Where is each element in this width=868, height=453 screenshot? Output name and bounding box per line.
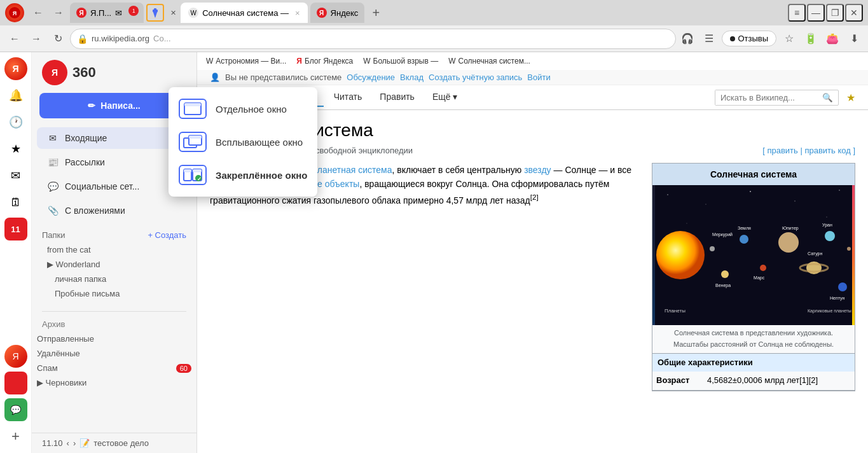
minimize-button[interactable]: —: [807, 4, 825, 22]
folder-spam-label: Спам: [37, 363, 58, 373]
social-label: Социальные сет...: [65, 181, 181, 192]
address-bar[interactable]: 🔒 ru.wikipedia.org Co...: [70, 29, 676, 49]
back-nav-button[interactable]: ←: [5, 29, 24, 48]
folder-drafts[interactable]: ▶ Черновики: [32, 375, 196, 390]
badge-icon[interactable]: 11: [4, 218, 27, 240]
nav-prev[interactable]: ‹: [67, 438, 69, 448]
tab-edit[interactable]: Править: [372, 88, 422, 107]
profile-icon[interactable]: Я: [4, 345, 27, 368]
svg-point-14: [656, 231, 705, 279]
svg-rect-43: [193, 169, 202, 172]
tab-wikipedia[interactable]: W Солнечная система — ×: [181, 3, 307, 23]
folder-from-cat[interactable]: from the cat: [42, 242, 186, 257]
tab-read[interactable]: Читать: [326, 88, 370, 107]
maximize-button[interactable]: ❐: [826, 4, 844, 22]
forward-button[interactable]: →: [50, 4, 67, 22]
close-button[interactable]: ✕: [845, 4, 863, 22]
messenger-icon[interactable]: 💬: [4, 398, 27, 421]
edit-link[interactable]: [ править | править код ]: [762, 146, 855, 155]
contribution-link[interactable]: Вклад: [400, 73, 424, 82]
mail-icon[interactable]: ✉: [4, 164, 27, 187]
history-icon[interactable]: 🕐: [4, 111, 27, 134]
task-icon: 📝: [79, 438, 90, 448]
popup-item-pinned[interactable]: ✓ Закреплённое окно: [169, 158, 317, 192]
bookmark-icon[interactable]: ☆: [780, 30, 798, 48]
tab-yandex-pinned[interactable]: Я Я.П... ✉ 1: [70, 3, 144, 23]
folders-title[interactable]: Папки: [42, 230, 65, 240]
battery-icon[interactable]: 🔋: [802, 30, 820, 48]
svg-text:Юпитер: Юпитер: [782, 226, 799, 231]
svg-rect-41: [184, 169, 191, 172]
folder-sent[interactable]: Отправленные: [32, 331, 196, 346]
popup-item-separate[interactable]: Отдельное окно: [169, 92, 317, 125]
refresh-button[interactable]: ↻: [48, 29, 67, 48]
folder-personal[interactable]: личная папка: [42, 272, 186, 286]
wiki-favicon-solar: W: [448, 57, 455, 66]
link-planetary-system[interactable]: планетная система: [312, 165, 392, 175]
ya360-text: 360: [72, 64, 96, 81]
wallet-icon[interactable]: 👛: [823, 30, 841, 48]
svg-point-15: [710, 246, 715, 251]
calendar-icon[interactable]: 🗓: [4, 191, 27, 214]
svg-text:Уран: Уран: [822, 223, 832, 228]
folder-wonderland[interactable]: ▶ Wonderland: [42, 257, 186, 272]
reviews-button[interactable]: Отзывы: [722, 31, 776, 46]
bookmark-big-bang[interactable]: W Большой взрыв —: [359, 55, 442, 67]
link-star[interactable]: звезду: [524, 165, 551, 175]
tab-yandex-main[interactable]: Я Яндекс: [310, 3, 365, 23]
wiki-search-input[interactable]: [715, 90, 817, 105]
wiki-search[interactable]: 🔍: [715, 90, 839, 106]
add-service-icon[interactable]: +: [4, 425, 27, 448]
tab-more[interactable]: Ещё ▾: [425, 88, 465, 107]
svg-point-11: [839, 190, 840, 192]
svg-point-23: [778, 232, 799, 253]
folder-spam[interactable]: Спам 60: [32, 361, 196, 375]
red-icon[interactable]: [4, 372, 27, 394]
ya360-logo: Я: [42, 60, 67, 85]
notifications-icon[interactable]: 🔔: [4, 84, 27, 107]
url-path: Co...: [153, 34, 170, 43]
reader-mode-icon[interactable]: ☰: [700, 30, 718, 48]
discussion-link[interactable]: Обсуждение: [347, 73, 395, 82]
svg-text:✓: ✓: [197, 176, 202, 182]
attachments-label: С вложениями: [65, 206, 181, 216]
favorites-icon[interactable]: ★: [4, 137, 27, 160]
headphones-icon[interactable]: 🎧: [679, 30, 696, 48]
compose-button[interactable]: ✏ Написа...: [39, 93, 189, 118]
forward-nav-button[interactable]: →: [27, 29, 46, 48]
nav-item-attachments[interactable]: 📎 С вложениями: [37, 200, 191, 221]
download-icon[interactable]: ⬇: [845, 30, 863, 48]
pin-tab-button[interactable]: [146, 4, 164, 22]
svg-text:Карликовые планеты: Карликовые планеты: [808, 309, 851, 314]
svg-text:Я: Я: [13, 10, 17, 17]
back-button[interactable]: ←: [29, 4, 47, 22]
svg-point-30: [838, 282, 847, 291]
folder-drafts-letters-label: Пробные письма: [55, 289, 120, 298]
menu-button[interactable]: ≡: [788, 4, 806, 22]
new-tab-button[interactable]: +: [367, 4, 385, 22]
ya-favicon-bookmark: Я: [296, 57, 302, 66]
svg-text:Марс: Марс: [754, 275, 765, 281]
bookmark-astronomy[interactable]: W Астрономия — Ви...: [202, 55, 290, 67]
folder-drafts-letters[interactable]: Пробные письма: [42, 286, 186, 301]
yandex-logo-icon[interactable]: Я: [4, 57, 27, 80]
svg-point-5: [154, 8, 156, 11]
popup-label-separate: Отдельное окно: [216, 104, 287, 115]
create-account-link[interactable]: Создать учётную запись: [429, 73, 522, 82]
tab-close-pinned[interactable]: ✕: [168, 8, 178, 18]
article-star-icon[interactable]: ★: [846, 92, 855, 104]
bookmark-solar[interactable]: W Солнечная систем...: [444, 55, 534, 67]
url-display: ru.wikipedia.org: [92, 34, 149, 43]
create-folder-button[interactable]: + Создать: [148, 230, 186, 240]
svg-text:Венера: Венера: [715, 283, 731, 288]
wiki-search-button[interactable]: 🔍: [817, 90, 838, 105]
popup-item-popup[interactable]: Всплывающее окно: [169, 125, 317, 158]
login-link[interactable]: Войти: [527, 73, 550, 82]
solar-system-svg: Меркурий Венера Земля Марс Юпитер: [652, 185, 855, 325]
infobox-label-age: Возраст: [652, 372, 703, 390]
svg-point-21: [760, 265, 766, 271]
folder-deleted[interactable]: Удалённые: [32, 346, 196, 361]
bookmark-yandex-blog[interactable]: Я Блог Яндекса: [293, 55, 357, 67]
compose-label: Написа...: [100, 101, 140, 111]
nav-next[interactable]: ›: [73, 438, 76, 448]
